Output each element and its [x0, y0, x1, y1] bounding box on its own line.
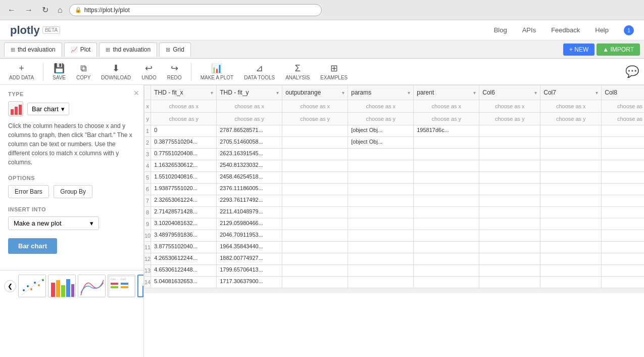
- cell-c6-5[interactable]: [479, 172, 540, 183]
- cell-c2-7[interactable]: 2293.76117492...: [217, 195, 282, 206]
- col-header-parent[interactable]: parent ▾: [414, 85, 479, 100]
- make-a-plot-button[interactable]: 📊 MAKE A PLOT: [196, 61, 238, 82]
- cell-c4-9[interactable]: [348, 218, 413, 230]
- new-button[interactable]: + NEW: [563, 43, 595, 56]
- cell-c5-6[interactable]: [414, 184, 479, 195]
- cell-c3-4[interactable]: [282, 160, 348, 171]
- cell-c6-9[interactable]: [479, 218, 540, 230]
- analysis-button[interactable]: Σ ANALYSIS: [281, 61, 314, 82]
- cell-c3-7[interactable]: [282, 195, 348, 206]
- col-header-thd-fit-x[interactable]: THD - fit_x ▾: [151, 85, 216, 100]
- add-data-button[interactable]: + ADD DATA: [5, 61, 38, 82]
- cell-c6-1[interactable]: [479, 125, 540, 137]
- cell-c1-1[interactable]: 0: [151, 125, 216, 137]
- choose-x-7[interactable]: choose as x: [540, 100, 601, 112]
- cell-c2-6[interactable]: 2376.11186005...: [217, 184, 282, 195]
- tab-thd-evaluation-1[interactable]: ⊞ thd evaluation: [4, 42, 62, 57]
- cell-c1-9[interactable]: 3.10204081632...: [151, 218, 216, 230]
- cell-c4-4[interactable]: [348, 160, 413, 171]
- cell-c6-11[interactable]: [479, 242, 540, 253]
- cell-c2-3[interactable]: 2623.16391545...: [217, 149, 282, 160]
- error-bars-button[interactable]: Error Bars: [8, 185, 49, 198]
- col-header-col8[interactable]: Col8 ▾: [602, 85, 644, 100]
- cell-c5-8[interactable]: [414, 207, 479, 218]
- data-tools-button[interactable]: ⊿ DATA TOOLS: [240, 61, 279, 82]
- group-by-button[interactable]: Group By: [54, 185, 92, 198]
- cell-c2-8[interactable]: 2211.41048979...: [217, 207, 282, 218]
- cell-c7-2[interactable]: [540, 137, 601, 148]
- cell-c8-7[interactable]: [602, 195, 644, 206]
- examples-button[interactable]: ⊞ EXAMPLES: [316, 61, 352, 82]
- cell-c3-9[interactable]: [282, 218, 348, 230]
- panel-close-button[interactable]: ✕: [133, 89, 139, 97]
- cell-c1-14[interactable]: 5.04081632653...: [151, 277, 216, 288]
- cell-c5-3[interactable]: [414, 149, 479, 160]
- cell-c5-4[interactable]: [414, 160, 479, 171]
- cell-c8-9[interactable]: [602, 218, 644, 230]
- choose-y-4[interactable]: choose as y: [348, 113, 413, 125]
- cell-c7-12[interactable]: [540, 253, 601, 264]
- cell-c4-7[interactable]: [348, 195, 413, 206]
- cell-c2-11[interactable]: 1964.35843440...: [217, 242, 282, 253]
- cell-c5-11[interactable]: [414, 242, 479, 253]
- cell-c2-12[interactable]: 1882.00774927...: [217, 253, 282, 264]
- thumb-scatter[interactable]: [18, 275, 46, 297]
- cell-c7-6[interactable]: [540, 184, 601, 195]
- choose-x-8[interactable]: choose as x: [602, 100, 644, 112]
- blog-link[interactable]: Blog: [494, 26, 507, 34]
- cell-c8-12[interactable]: [602, 253, 644, 264]
- thumb-multi-line[interactable]: Col1 Col2: [108, 275, 135, 297]
- cell-c3-10[interactable]: [282, 230, 348, 241]
- download-button[interactable]: ⬇ DOWNLOAD: [97, 61, 135, 82]
- cell-c5-2[interactable]: [414, 137, 479, 148]
- cell-c4-10[interactable]: [348, 230, 413, 241]
- cell-c1-12[interactable]: 4.26530612244...: [151, 253, 216, 264]
- cell-c5-5[interactable]: [414, 172, 479, 183]
- cell-c7-13[interactable]: [540, 265, 601, 276]
- cell-c4-1[interactable]: [object Obj...: [348, 125, 413, 137]
- cell-c8-6[interactable]: [602, 184, 644, 195]
- thumb-scatter2[interactable]: [78, 275, 106, 297]
- cell-c4-8[interactable]: [348, 207, 413, 218]
- cell-c5-1[interactable]: 195817d6c...: [414, 125, 479, 137]
- cell-c4-6[interactable]: [348, 184, 413, 195]
- choose-x-3[interactable]: choose as x: [282, 100, 348, 112]
- cell-c7-9[interactable]: [540, 218, 601, 230]
- cell-c3-14[interactable]: [282, 277, 348, 288]
- cell-c6-3[interactable]: [479, 149, 540, 160]
- cell-c3-1[interactable]: [282, 125, 348, 137]
- choose-x-4[interactable]: choose as x: [348, 100, 413, 112]
- col-header-col7[interactable]: Col7 ▾: [540, 85, 601, 100]
- chart-type-dropdown[interactable]: Bar chart ▾: [27, 103, 69, 115]
- col-header-thd-fit-y[interactable]: THD - fit_y ▾: [217, 85, 282, 100]
- cell-c3-12[interactable]: [282, 253, 348, 264]
- cell-c1-3[interactable]: 0.77551020408...: [151, 149, 216, 160]
- cell-c7-3[interactable]: [540, 149, 601, 160]
- cell-c6-14[interactable]: [479, 277, 540, 288]
- cell-c8-5[interactable]: [602, 172, 644, 183]
- cell-c5-12[interactable]: [414, 253, 479, 264]
- choose-y-5[interactable]: choose as y: [414, 113, 479, 125]
- cell-c1-7[interactable]: 2.32653061224...: [151, 195, 216, 206]
- cell-c2-10[interactable]: 2046.70911953...: [217, 230, 282, 241]
- cell-c5-9[interactable]: [414, 218, 479, 230]
- cell-c2-13[interactable]: 1799.65706413...: [217, 265, 282, 276]
- cell-c7-5[interactable]: [540, 172, 601, 183]
- help-link[interactable]: Help: [595, 26, 609, 34]
- forward-button[interactable]: →: [22, 5, 35, 16]
- thumb-bar-blue[interactable]: [137, 275, 144, 297]
- cell-c4-12[interactable]: [348, 253, 413, 264]
- cell-c3-8[interactable]: [282, 207, 348, 218]
- cell-c4-11[interactable]: [348, 242, 413, 253]
- cell-c6-10[interactable]: [479, 230, 540, 241]
- cell-c3-2[interactable]: [282, 137, 348, 148]
- cell-c3-11[interactable]: [282, 242, 348, 253]
- cell-c4-14[interactable]: [348, 277, 413, 288]
- cell-c2-2[interactable]: 2705.51460058...: [217, 137, 282, 148]
- cell-c6-4[interactable]: [479, 160, 540, 171]
- cell-c8-4[interactable]: [602, 160, 644, 171]
- cell-c2-9[interactable]: 2129.05980466...: [217, 218, 282, 230]
- cell-c3-6[interactable]: [282, 184, 348, 195]
- refresh-button[interactable]: ↻: [39, 4, 51, 16]
- cell-c6-6[interactable]: [479, 184, 540, 195]
